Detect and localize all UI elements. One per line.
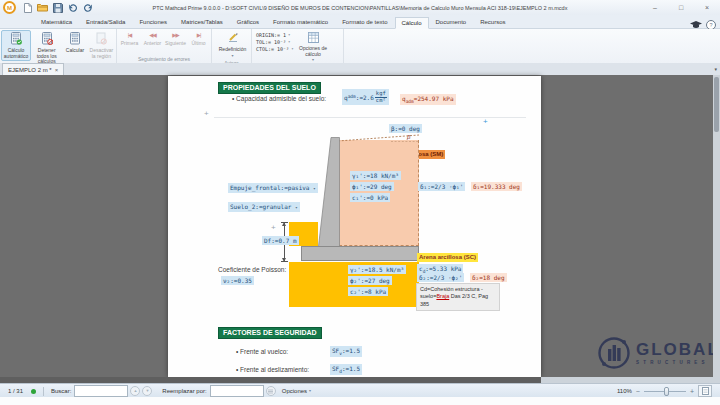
document-tab-ejemplo[interactable]: EJEMPLO 2 m * × (2, 63, 64, 75)
undo-button[interactable] (67, 2, 78, 13)
tab-formato-matematico[interactable]: Formato matemático (266, 16, 335, 28)
global-structures-watermark: GLOBAL STRUCTURES (596, 335, 720, 371)
tab-matrices-tablas[interactable]: Matrices/Tablas (174, 16, 230, 28)
find-options-button[interactable]: Opciones▾ (282, 388, 311, 394)
tab-overflow-icon[interactable]: ▾ (714, 66, 717, 72)
zoom-slider[interactable] (644, 387, 686, 396)
math-region-qadm-result[interactable]: qadm=254.97 kPa (400, 94, 456, 105)
origin-setting[interactable]: ORIGIN:= 1▾ (256, 32, 294, 38)
disable-region-button[interactable]: Desactivar la región (88, 30, 115, 61)
math-region-gamma2[interactable]: γ₂':=18.5 kN/m³ (348, 265, 406, 274)
math-region-beta[interactable]: β:=0 deg (389, 124, 422, 133)
worksheet-settings-rows: ORIGIN:= 1▾ TOL:= 10⁻³▾ CTOL:= 10⁻³▾ (253, 30, 296, 52)
new-file-button[interactable] (22, 2, 33, 13)
replace-input[interactable] (210, 385, 264, 397)
auto-calc-button[interactable]: Cálculo automático (1, 30, 31, 61)
label-arena-arcillosa[interactable]: Arena arcillosa (SC) (417, 253, 478, 262)
note-cohesion[interactable]: Cd=Cohesión estructura -suelo=Braja Das … (416, 283, 500, 311)
tab-formato-texto[interactable]: Formato de texto (335, 16, 394, 28)
braja-reference-link[interactable]: Braja (436, 293, 449, 299)
calculate-button[interactable]: Calcular (62, 30, 87, 56)
insert-cursor-icon: + (483, 119, 488, 125)
group-controles: Cálculo automático Detener todos los cál… (0, 29, 117, 63)
section-header-propiedades[interactable]: PROPIEDADES DEL SUELO (218, 82, 321, 94)
worksheet-page[interactable]: PROPIEDADES DEL SUELO • Capacidad admisi… (168, 76, 541, 377)
zoom-out-button[interactable]: − (636, 388, 640, 395)
find-label: Buscar: (51, 388, 71, 394)
math-region-sfd[interactable]: SFd:=1.5 (330, 364, 362, 375)
mathcad-logo-icon[interactable]: M (3, 1, 16, 14)
vertical-scrollbar-thumb[interactable] (714, 77, 719, 132)
bullet-vuelco[interactable]: • Frente al vuelco: (236, 348, 288, 355)
fit-page-button[interactable] (698, 385, 712, 397)
vertical-scrollbar[interactable] (713, 75, 720, 377)
math-region-phi1[interactable]: ϕ₁':=29 deg (350, 182, 394, 191)
math-region-sfv[interactable]: SFv:=1.5 (330, 346, 362, 357)
tab-funciones[interactable]: Funciones (132, 16, 174, 28)
redefinition-icon (227, 32, 239, 46)
math-region-c1[interactable]: c₁':=0 kPa (350, 193, 390, 202)
zoom-controls: 110% − + (617, 385, 712, 397)
math-region-suelo2-tipo[interactable]: Suelo_2:=granular ▾ (228, 202, 300, 212)
bullet-capacidad[interactable]: • Capacidad admisible del suelo: (232, 95, 326, 102)
replace-options-icon[interactable] (266, 386, 276, 396)
redo-button[interactable] (82, 2, 93, 13)
first-error-button[interactable]: |◀ Primera (118, 30, 141, 46)
ctol-setting[interactable]: CTOL:= 10⁻³▾ (256, 46, 294, 52)
tab-matematica[interactable]: Matemática (34, 16, 79, 28)
soil1-properties: γ₁':=18 kN/m³ ϕ₁':=29 deg c₁':=0 kPa (350, 171, 401, 202)
find-previous-button[interactable]: ▲ (130, 386, 140, 396)
group-config: ORIGIN:= 1▾ TOL:= 10⁻³▾ CTOL:= 10⁻³▾ Opc… (252, 29, 344, 63)
zoom-level: 110% (617, 388, 632, 394)
zoom-in-button[interactable]: + (690, 388, 694, 395)
math-region-empuje-frontal[interactable]: Empuje_frontal:=pasiva ▾ (228, 183, 318, 193)
section-header-factores[interactable]: FACTORES DE SEGURIDAD (218, 327, 322, 339)
math-region-qadm-definition[interactable]: qadm:=2.6 kgfcm² (342, 89, 389, 105)
worksheet-background: PROPIEDADES DEL SUELO • Capacidad admisi… (0, 75, 720, 377)
calc-options-caret-icon: ▾ (312, 58, 314, 62)
tab-close-icon[interactable]: × (55, 67, 59, 73)
last-error-button[interactable]: ▶| Último (187, 30, 210, 46)
poisson-label[interactable]: Coeficiente de Poisson: (218, 266, 286, 273)
tol-setting[interactable]: TOL:= 10⁻³▾ (256, 39, 294, 45)
zoom-slider-thumb[interactable] (664, 387, 669, 396)
math-region-c2[interactable]: c₂':=8 kPa (348, 287, 388, 296)
calculator-stop-icon (41, 32, 53, 47)
redefinition-caret-icon: ▾ (231, 54, 233, 58)
minimize-button[interactable]: – (642, 1, 668, 15)
disable-region-icon (95, 32, 107, 47)
tab-calculo[interactable]: Cálculo (395, 17, 429, 29)
wall-footing-shape (301, 246, 419, 261)
bullet-deslizamiento[interactable]: • Frente al deslizamiento: (236, 366, 309, 373)
calc-options-button[interactable]: Opciones de cálculo ▾ (296, 30, 331, 64)
region-anchor-icon: + (204, 111, 209, 117)
next-error-button[interactable]: ▶▶ Siguiente (164, 30, 187, 46)
math-region-delta1-result[interactable]: δ₁=19.333 deg (471, 182, 522, 191)
save-button[interactable] (52, 2, 63, 13)
redefinition-button[interactable]: Redefinición ▾ (214, 30, 252, 60)
options-caret-icon: ▾ (309, 389, 311, 393)
math-region-delta2-result[interactable]: δ₂=18 deg (470, 273, 507, 282)
math-region-delta2-definition[interactable]: δ₂:=2/3 ·ϕ₂' (417, 273, 464, 282)
tab-graficos[interactable]: Gráficos (230, 16, 266, 28)
calc-options-label: Opciones de cálculo (297, 46, 330, 58)
find-input[interactable] (74, 385, 128, 397)
tab-recursos[interactable]: Recursos (473, 16, 512, 28)
math-region-phi2[interactable]: ϕ₂':=27 deg (348, 276, 392, 285)
previous-error-button[interactable]: ◀◀ Anterior (141, 30, 164, 46)
find-next-button[interactable]: ▼ (142, 386, 152, 396)
global-structures-logo-icon (596, 335, 632, 371)
open-file-button[interactable] (37, 2, 48, 13)
close-button[interactable]: × (694, 1, 720, 15)
math-region-df[interactable]: Df:=0.7 m (262, 236, 299, 245)
math-region-gamma1[interactable]: γ₁':=18 kN/m³ (350, 171, 401, 180)
math-region-nu2[interactable]: ν₂:=0.35 (221, 276, 254, 285)
calc-options-grid-icon (308, 32, 319, 45)
maximize-button[interactable]: □ (668, 1, 694, 15)
previous-error-icon: ◀◀ (149, 32, 155, 38)
tab-documento[interactable]: Documento (429, 16, 474, 28)
stop-calc-button[interactable]: Detener todos los cálculos (31, 30, 62, 67)
tab-entrada-salida[interactable]: Entrada/Salida (79, 16, 132, 28)
window-controls: – □ × (642, 1, 720, 15)
math-region-delta1-definition[interactable]: δ₁:=2/3 ·ϕ₁' (418, 182, 465, 191)
